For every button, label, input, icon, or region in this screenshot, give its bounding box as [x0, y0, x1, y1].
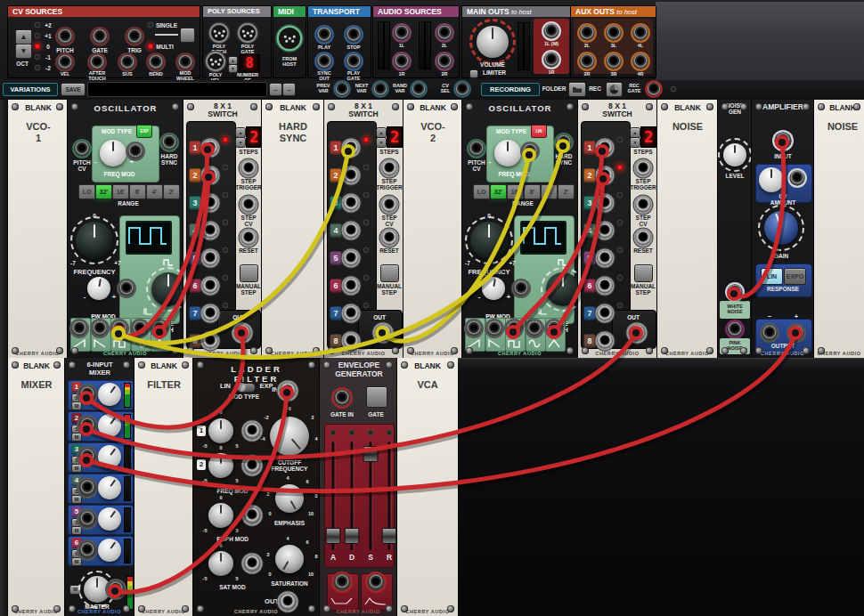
gate-button[interactable]	[366, 386, 387, 408]
mixer-in-6-jack[interactable]	[79, 542, 96, 559]
switch-in-7-jack[interactable]	[598, 306, 613, 321]
step-trigger-jack[interactable]	[241, 161, 257, 176]
aux-2l-jack[interactable]	[580, 26, 595, 41]
aux-4r-jack[interactable]	[633, 54, 648, 69]
pw-mod-jack[interactable]	[514, 281, 529, 296]
switch-in-5-jack[interactable]	[344, 251, 359, 266]
freq-mod-1-knob[interactable]	[208, 418, 233, 443]
frequency-knob[interactable]	[76, 222, 113, 259]
switch-in-3-jack[interactable]	[598, 196, 613, 211]
mute-button[interactable]: M	[71, 557, 82, 566]
amp-output-plus-jack[interactable]	[789, 326, 804, 341]
step-trigger-jack[interactable]	[636, 161, 651, 176]
aftertouch-jack[interactable]	[90, 55, 105, 70]
env-out-jack[interactable]	[368, 574, 385, 591]
switch-in-7-jack[interactable]	[344, 306, 359, 321]
range-button-8[interactable]: 8'	[129, 184, 146, 199]
mod-type-button[interactable]: EXP	[136, 125, 152, 138]
pw-mod-knob[interactable]	[482, 277, 505, 300]
mixer-in-2-jack[interactable]	[79, 417, 96, 434]
freq-mod-2-knob[interactable]	[208, 453, 233, 478]
switch-in-1-jack[interactable]	[203, 141, 218, 156]
pulse-width-knob[interactable]	[151, 272, 183, 306]
rand-var-jack[interactable]	[412, 83, 426, 96]
sus-jack[interactable]	[120, 55, 135, 70]
channel-2-level-knob[interactable]	[98, 414, 121, 437]
switch-in-8-jack[interactable]	[203, 334, 218, 349]
steps-down-button[interactable]: ▼	[630, 137, 640, 148]
cv-sel-jack[interactable]	[456, 83, 469, 96]
steps-down-button[interactable]: ▼	[235, 137, 246, 148]
step-cv-jack[interactable]	[382, 198, 397, 213]
sync-out-jack[interactable]	[317, 54, 332, 69]
audio-1r-jack[interactable]	[395, 54, 410, 69]
switch-in-3-jack[interactable]	[203, 196, 218, 211]
emph-mod-knob[interactable]	[208, 503, 233, 528]
pitch-jack[interactable]	[58, 29, 73, 45]
next-var-jack[interactable]	[374, 83, 387, 96]
main-out-1l-jack[interactable]	[544, 24, 559, 39]
mute-button[interactable]: M	[71, 526, 82, 535]
range-button-8[interactable]: 8'	[524, 184, 541, 199]
switch-in-3-jack[interactable]	[344, 196, 359, 211]
reset-jack[interactable]	[382, 231, 397, 246]
pitch-cv-jack[interactable]	[75, 142, 90, 157]
step-trigger-jack[interactable]	[382, 161, 397, 176]
triangle-out-jack[interactable]	[547, 321, 562, 336]
poly-pitch-socket[interactable]	[211, 25, 227, 41]
main-out-1r-jack[interactable]	[544, 53, 559, 68]
switch-in-6-jack[interactable]	[598, 279, 613, 294]
switch-in-1-jack[interactable]	[344, 141, 359, 156]
emph-mod-jack[interactable]	[244, 507, 261, 524]
mod-wheel-jack[interactable]	[178, 55, 193, 70]
range-button-4[interactable]: 4'	[146, 184, 163, 199]
sustain-slider-handle[interactable]	[363, 446, 379, 462]
switch-in-4-jack[interactable]	[203, 223, 218, 239]
step-cv-jack[interactable]	[241, 198, 257, 213]
stop-jack[interactable]	[346, 28, 362, 43]
reset-jack[interactable]	[636, 231, 651, 246]
ladder-in-jack[interactable]	[280, 383, 297, 400]
switch-in-8-jack[interactable]	[598, 334, 613, 349]
decay-slider-handle[interactable]	[345, 528, 360, 544]
rec-gate-jack[interactable]	[648, 83, 661, 96]
pw-mod-knob[interactable]	[87, 277, 110, 300]
gate-jack[interactable]	[93, 29, 108, 45]
manual-step-button[interactable]	[380, 264, 399, 282]
mute-button[interactable]: M	[71, 401, 82, 410]
response-lin-button[interactable]: LIN	[761, 268, 783, 285]
gain-knob[interactable]	[764, 211, 798, 245]
play-jack[interactable]	[317, 28, 332, 43]
sine-out-jack[interactable]	[527, 321, 542, 336]
switch-in-7-jack[interactable]	[203, 306, 218, 321]
release-slider-handle[interactable]	[382, 528, 397, 544]
mod-type-button[interactable]: LIN	[531, 125, 547, 138]
switch-in-8-jack[interactable]	[344, 334, 359, 349]
freq-mod-jack[interactable]	[128, 144, 143, 159]
audio-1l-jack[interactable]	[395, 26, 410, 41]
step-cv-jack[interactable]	[636, 198, 651, 213]
single-multi-button[interactable]	[180, 28, 195, 43]
channel-6-level-knob[interactable]	[98, 539, 121, 562]
freq-mod-knob[interactable]	[494, 140, 521, 166]
range-button-16[interactable]: 16'	[112, 184, 129, 199]
mixer-in-1-jack[interactable]	[79, 386, 96, 403]
channel-4-level-knob[interactable]	[98, 476, 121, 499]
prev-variation-arrow-button[interactable]: ←	[269, 83, 282, 96]
master-knob[interactable]	[84, 576, 110, 603]
freq-mod-1-jack[interactable]	[244, 423, 261, 440]
amp-input-jack[interactable]	[775, 133, 792, 150]
switch-out-jack[interactable]	[629, 325, 646, 342]
mute-button[interactable]: M	[71, 433, 82, 442]
freq-mod-jack[interactable]	[523, 144, 538, 159]
manual-step-button[interactable]	[634, 264, 653, 282]
saturation-knob[interactable]	[275, 545, 304, 573]
switch-in-5-jack[interactable]	[203, 251, 218, 266]
reset-jack[interactable]	[241, 231, 257, 246]
saw-out-jack[interactable]	[72, 321, 87, 336]
volume-knob[interactable]	[477, 26, 509, 58]
sat-mod-jack[interactable]	[244, 555, 261, 572]
cutoff-knob[interactable]	[270, 417, 309, 456]
range-button-lo[interactable]: LO	[473, 184, 490, 199]
sat-mod-knob[interactable]	[208, 551, 233, 576]
